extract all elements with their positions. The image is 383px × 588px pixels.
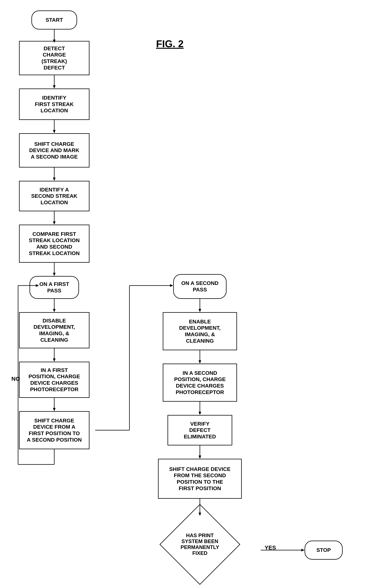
shift-first-to-second-shape: SHIFT CHARGE DEVICE FROM A FIRST POSITIO…: [19, 411, 89, 449]
first-pass-shape: ON A FIRST PASS: [29, 276, 79, 299]
second-pass-label: ON A SECOND PASS: [181, 280, 218, 293]
svg-marker-15: [53, 358, 56, 362]
second-pos-charge-label: IN A SECOND POSITION, CHARGE DEVICE CHAR…: [174, 370, 226, 395]
identify-second-shape: IDENTIFY A SECOND STREAK LOCATION: [19, 181, 89, 211]
identify-second-label: IDENTIFY A SECOND STREAK LOCATION: [31, 187, 78, 206]
identify-first-label: IDENTIFY FIRST STREAK LOCATION: [35, 95, 74, 114]
svg-text:NO: NO: [11, 376, 20, 382]
second-pass-shape: ON A SECOND PASS: [173, 274, 227, 299]
detect-label: DETECT CHARGE (STREAK) DEFECT: [42, 45, 67, 71]
shift-second-to-first-label: SHIFT CHARGE DEVICE FROM THE SECOND POSI…: [169, 466, 231, 491]
shift-mark-shape: SHIFT CHARGE DEVICE AND MARK A SECOND IM…: [19, 133, 89, 168]
has-print-label: HAS PRINT SYSTEM BEEN PERMANENTLY FIXED: [166, 518, 234, 571]
shift-first-to-second-label: SHIFT CHARGE DEVICE FROM A FIRST POSITIO…: [27, 418, 82, 443]
svg-marker-13: [53, 309, 56, 312]
svg-marker-31: [199, 456, 201, 459]
svg-marker-11: [53, 273, 56, 276]
start-shape: START: [31, 10, 77, 29]
svg-marker-25: [199, 309, 201, 312]
diagram-container: NO FIG. 2 START DETECT CHARGE (STREAK): [0, 0, 383, 588]
stop-label: STOP: [316, 547, 331, 553]
figure-label: FIG. 2: [156, 38, 184, 49]
stop-shape: STOP: [305, 541, 343, 560]
disable-dev-shape: DISABLE DEVELOPMENT, IMAGING, & CLEANING: [19, 312, 89, 348]
compare-shape: COMPARE FIRST STREAK LOCATION AND SECOND…: [19, 225, 89, 263]
second-pos-charge-shape: IN A SECOND POSITION, CHARGE DEVICE CHAR…: [163, 364, 237, 402]
enable-dev-shape: ENABLE DEVELOPMENT, IMAGING, & CLEANING: [163, 312, 237, 350]
svg-marker-7: [53, 178, 56, 181]
svg-marker-27: [199, 360, 201, 364]
shift-second-to-first-shape: SHIFT CHARGE DEVICE FROM THE SECOND POSI…: [158, 459, 242, 499]
detect-shape: DETECT CHARGE (STREAK) DEFECT: [19, 41, 89, 75]
svg-marker-29: [199, 412, 201, 415]
svg-marker-39: [170, 284, 173, 287]
svg-marker-9: [53, 221, 56, 225]
svg-marker-35: [301, 549, 305, 551]
first-pos-charge-shape: IN A FIRST POSITION, CHARGE DEVICE CHARG…: [19, 362, 89, 398]
enable-dev-label: ENABLE DEVELOPMENT, IMAGING, & CLEANING: [179, 318, 221, 344]
shift-mark-label: SHIFT CHARGE DEVICE AND MARK A SECOND IM…: [29, 141, 79, 160]
svg-marker-3: [53, 85, 56, 88]
svg-marker-5: [53, 130, 56, 133]
compare-label: COMPARE FIRST STREAK LOCATION AND SECOND…: [29, 231, 80, 256]
identify-first-shape: IDENTIFY FIRST STREAK LOCATION: [19, 88, 89, 120]
yes-label: YES: [265, 545, 276, 551]
disable-dev-label: DISABLE DEVELOPMENT, IMAGING, & CLEANING: [34, 317, 75, 343]
first-pos-charge-label: IN A FIRST POSITION, CHARGE DEVICE CHARG…: [29, 367, 80, 393]
svg-marker-17: [53, 408, 56, 411]
first-pass-label: ON A FIRST PASS: [39, 281, 69, 294]
start-label: START: [45, 17, 63, 23]
verify-shape: VERIFY DEFECT ELIMINATED: [168, 415, 232, 445]
verify-label: VERIFY DEFECT ELIMINATED: [184, 421, 216, 440]
